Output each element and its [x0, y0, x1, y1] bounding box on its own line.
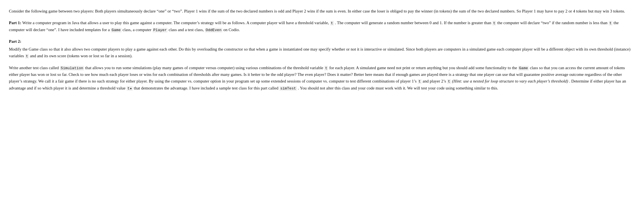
part1-text-class: class, a computer [122, 28, 152, 32]
intro-text: Consider the following game between two … [9, 9, 625, 13]
part1-code-player: Player [153, 28, 168, 33]
part2-var-t4: t [447, 79, 451, 84]
part1-text-class2: class and a test class, [169, 28, 205, 32]
part2-text-mid: and and its own score (tokens won or los… [30, 54, 132, 58]
part2-text-end: . You should not alter this class and yo… [298, 86, 498, 90]
part1-text-after-t2: the computer will declare “two” if the r… [497, 21, 609, 25]
part2-text-for-each: for each player. A simulated game need n… [329, 66, 518, 70]
part2-text-demonstrates: that demonstrates the advantage. I have … [134, 86, 279, 90]
part2-var-tstar: t★ [127, 86, 133, 91]
part1-text-codio: on Codio. [223, 28, 240, 32]
part2-var-t1: t [25, 54, 29, 59]
part2-var-t3: t [418, 79, 422, 84]
part1-paragraph: Part 1: Write a computer program in Java… [9, 19, 635, 33]
part2-text-and-player2: and player 2’s [423, 79, 447, 83]
part1-label: Part 1: [9, 21, 21, 25]
main-content: Consider the following game between two … [9, 8, 635, 92]
part2-text-p2-after: that allows you to run some simulations … [85, 66, 324, 70]
part2-code-game2: Game [518, 66, 529, 71]
part2-code-simulation: Simulation [60, 66, 84, 71]
part1-text-before: Write a computer program in Java that al… [22, 21, 329, 25]
part2-code-simtest: simTest [279, 86, 297, 91]
part2-paragraph2: Write another test class called Simulati… [9, 64, 635, 92]
part2-paragraph1: Modify the Game class so that it also al… [9, 46, 635, 59]
part2-label: Part 2: [9, 39, 21, 44]
part2-var-t2: t [324, 66, 328, 71]
part1-var-t2: t [492, 21, 496, 26]
part1-text-after-t1: . The computer will generate a random nu… [335, 21, 492, 25]
part2-header: Part 2: [9, 38, 635, 45]
part1-code-game: Game [111, 28, 121, 33]
part2-text-p2-before: Write another test class called [9, 66, 60, 70]
part2-hint-text: (Hint: use a nested for loop structure t… [452, 79, 568, 83]
part1-code-oddeven: OddEven [205, 28, 222, 33]
part1-var-t3: t [609, 21, 613, 26]
intro-paragraph: Consider the following game between two … [9, 8, 635, 14]
part1-var-t1: t [330, 21, 334, 26]
